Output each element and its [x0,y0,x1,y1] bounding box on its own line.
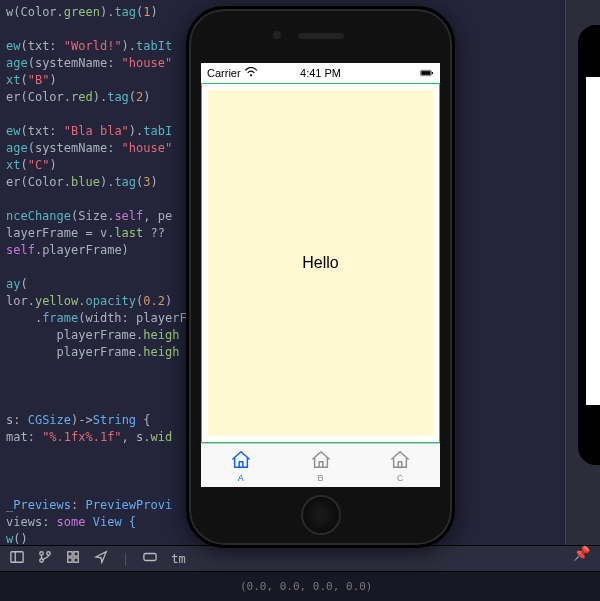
status-text: (0.0, 0.0, 0.0, 0.0) [240,580,372,593]
separator: | [122,552,129,566]
carrier-text: Carrier [207,67,241,79]
tab-label: B [318,473,324,483]
tab-indicator-icon[interactable] [143,550,157,567]
branch-icon[interactable] [38,550,52,567]
svg-rect-9 [144,554,156,561]
device-earpiece [298,33,344,39]
status-bar: Carrier 4:41 PM [201,63,440,83]
device-camera [273,31,281,39]
svg-rect-12 [421,71,430,75]
tab-b[interactable]: B [281,444,361,487]
svg-rect-5 [68,552,72,556]
svg-point-4 [47,552,51,556]
svg-point-10 [250,74,252,76]
tab-c[interactable]: C [360,444,440,487]
house-icon [389,449,411,472]
svg-rect-8 [74,558,78,562]
svg-rect-7 [68,558,72,562]
simulator-device-frame: Carrier 4:41 PM Hello ABC [186,6,455,548]
pin-icon[interactable]: 📌 [573,545,590,561]
secondary-preview-phone [578,25,600,465]
house-icon [310,449,332,472]
editor-bottom-toolbar: | tm [0,545,600,571]
tab-a[interactable]: A [201,444,281,487]
content-text: Hello [302,254,338,272]
svg-rect-0 [11,552,23,563]
tab-label: C [397,473,404,483]
simulator-screen[interactable]: Carrier 4:41 PM Hello ABC [201,63,440,487]
tab-label[interactable]: tm [171,552,185,566]
svg-rect-6 [74,552,78,556]
svg-point-2 [40,552,44,556]
tab-bar: ABC [201,443,440,487]
svg-rect-13 [432,72,433,74]
status-bar: (0.0, 0.0, 0.0, 0.0) [0,571,600,601]
grid-icon[interactable] [66,550,80,567]
home-button[interactable] [301,495,341,535]
house-icon [230,449,252,472]
tab-label: A [238,473,244,483]
panel-toggle-icon[interactable] [10,550,24,567]
content-area: Hello [201,83,440,443]
wifi-icon [244,67,258,77]
battery-icon [420,68,434,78]
carrier-label: Carrier [207,67,258,79]
navigate-icon[interactable] [94,550,108,567]
